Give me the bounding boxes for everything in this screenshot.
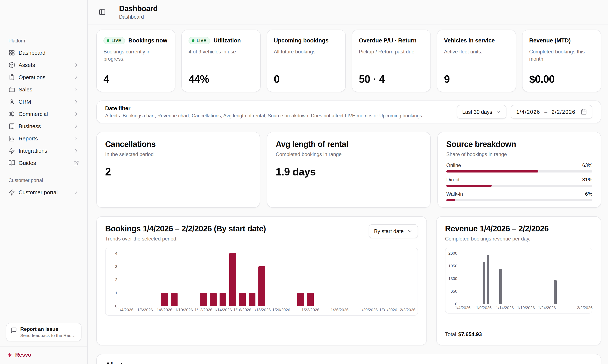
x-axis-tick: 2/2/2026: [400, 308, 415, 312]
brand[interactable]: Resvo: [0, 347, 87, 364]
live-dot-icon: [107, 39, 109, 42]
y-axis-tick: 650: [451, 289, 457, 294]
x-axis-tick: 1/23/2026: [301, 308, 319, 312]
reports-icon: [8, 135, 15, 142]
alerts-card: Alerts: [96, 354, 601, 364]
x-axis-tick: 1/4/2026: [455, 306, 471, 310]
source-row-direct: Direct31%: [446, 177, 592, 187]
kpi-card-revenue-mtd: Revenue (MTD)Completed bookings this mon…: [522, 30, 601, 92]
sidebar-item-reports[interactable]: Reports: [5, 132, 82, 145]
sidebar-item-customer-portal[interactable]: Customer portal: [5, 186, 82, 198]
group-by-value: By start date: [374, 228, 404, 234]
kpi-value: $0.00: [529, 73, 594, 85]
chart-bar-1-18-2026: [259, 266, 265, 306]
sidebar-item-label: Sales: [19, 86, 70, 93]
platform-nav: DashboardAssetsOperationsSalesCRMCommerc…: [5, 47, 82, 169]
source-percent: 31%: [582, 177, 592, 183]
source-bar-track: [446, 185, 592, 187]
source-label: Walk-in: [446, 191, 463, 197]
kpi-value: 9: [444, 73, 509, 85]
business-icon: [8, 123, 15, 130]
chart-bar-1-22-2026: [297, 293, 304, 306]
sidebar-item-label: Customer portal: [19, 189, 70, 196]
y-axis-tick: 4: [115, 251, 117, 256]
x-axis-tick: 1/31/2026: [379, 308, 397, 312]
sidebar-item-commercial[interactable]: Commercial: [5, 108, 82, 120]
avg-rental-card: Avg length of rental Completed bookings …: [267, 132, 431, 208]
sidebar-item-assets[interactable]: Assets: [5, 59, 82, 71]
group-by-select[interactable]: By start date: [369, 224, 418, 238]
operations-icon: [8, 74, 15, 81]
chevron-down-icon: [407, 228, 413, 234]
cancellations-value: 2: [105, 166, 251, 178]
main-area: Dashboard Dashboard LIVEBookings nowBook…: [88, 0, 608, 364]
x-axis-tick: 1/14/2026: [214, 308, 232, 312]
dashboard-icon: [8, 49, 15, 56]
sidebar-item-integrations[interactable]: Integrations: [5, 145, 82, 157]
source-percent: 63%: [582, 162, 592, 168]
source-bar-track: [446, 199, 592, 201]
header: Dashboard Dashboard: [88, 0, 608, 25]
kpi-subtitle: All future bookings: [274, 48, 339, 55]
x-axis-tick: 1/9/2026: [476, 306, 492, 310]
sidebar-item-sales[interactable]: Sales: [5, 83, 82, 96]
sidebar-item-business[interactable]: Business: [5, 120, 82, 132]
kpi-value: 0: [274, 73, 339, 85]
date-filter-bar: Date filter Affects: Bookings chart, Rev…: [96, 101, 601, 123]
range-preset-select[interactable]: Last 30 days: [457, 105, 507, 119]
date-end[interactable]: 2/2/2026: [552, 109, 575, 115]
y-axis-tick: 2: [115, 277, 117, 282]
chevron-down-icon: [495, 109, 501, 115]
guides-icon: [8, 160, 15, 166]
kpi-value: 4: [103, 73, 168, 85]
source-breakdown-title: Source breakdown: [446, 140, 592, 149]
customer-portal-nav: Customer portal: [5, 186, 82, 198]
x-axis-tick: 1/24/2026: [538, 306, 556, 310]
chevron-right-icon: [74, 111, 79, 117]
source-label: Online: [446, 162, 461, 168]
avg-rental-title: Avg length of rental: [276, 140, 422, 149]
sidebar-item-label: Commercial: [19, 111, 70, 117]
x-axis-tick: 1/26/2026: [331, 308, 349, 312]
message-icon: [11, 327, 17, 333]
source-percent: 6%: [585, 191, 592, 197]
revenue-total: Total $7,654.93: [445, 327, 592, 338]
chart-bar-1-8-2026: [161, 293, 168, 306]
revenue-chart-title: Revenue 1/4/2026 – 2/2/2026: [445, 224, 592, 233]
kpi-card-bookings-now: LIVEBookings nowBookings currently in pr…: [96, 30, 175, 92]
sidebar-nav-area: Platform DashboardAssetsOperationsSalesC…: [0, 0, 87, 323]
report-issue-subtitle: Send feedback to the Resvo...: [20, 333, 77, 338]
external-link-icon: [74, 160, 79, 166]
chevron-right-icon: [74, 136, 79, 141]
calendar-icon[interactable]: [581, 109, 587, 115]
sidebar-toggle-button[interactable]: [96, 6, 108, 18]
kpi-value: 50 · 4: [359, 73, 424, 85]
kpi-card-overdue-p-u-return: Overdue P/U · ReturnPickup / Return past…: [352, 30, 431, 92]
chevron-right-icon: [74, 190, 79, 195]
chart-bar-1-10-2026: [487, 255, 489, 304]
chevron-right-icon: [74, 148, 79, 154]
cancellations-subtitle: In the selected period: [105, 151, 251, 157]
kpi-title: Revenue (MTD): [529, 37, 571, 44]
report-issue-title: Report an issue: [20, 326, 77, 332]
live-badge: LIVE: [189, 37, 210, 44]
sidebar-item-guides[interactable]: Guides: [5, 157, 82, 169]
x-axis-tick: 1/14/2026: [496, 306, 514, 310]
chart-bar-1-16-2026: [239, 293, 246, 306]
sidebar-item-operations[interactable]: Operations: [5, 71, 82, 83]
chart-bar-1-23-2026: [307, 293, 314, 306]
chevron-right-icon: [74, 124, 79, 129]
date-start[interactable]: 1/4/2026: [516, 109, 540, 115]
date-range-input[interactable]: 1/4/2026 – 2/2/2026: [511, 105, 592, 119]
report-issue-card[interactable]: Report an issue Send feedback to the Res…: [6, 323, 81, 341]
date-filter-description: Affects: Bookings chart, Revenue chart, …: [105, 113, 450, 119]
chart-bar-1-12-2026: [200, 293, 207, 306]
sidebar-item-crm[interactable]: CRM: [5, 96, 82, 108]
date-filter-title: Date filter: [105, 105, 450, 112]
commercial-icon: [8, 111, 15, 117]
y-axis-tick: 2600: [448, 251, 457, 256]
revenue-total-label: Total: [445, 331, 456, 338]
stats-row: Cancellations In the selected period 2 A…: [96, 132, 601, 208]
sidebar-item-label: Integrations: [19, 148, 70, 154]
sidebar-item-dashboard[interactable]: Dashboard: [5, 47, 82, 59]
